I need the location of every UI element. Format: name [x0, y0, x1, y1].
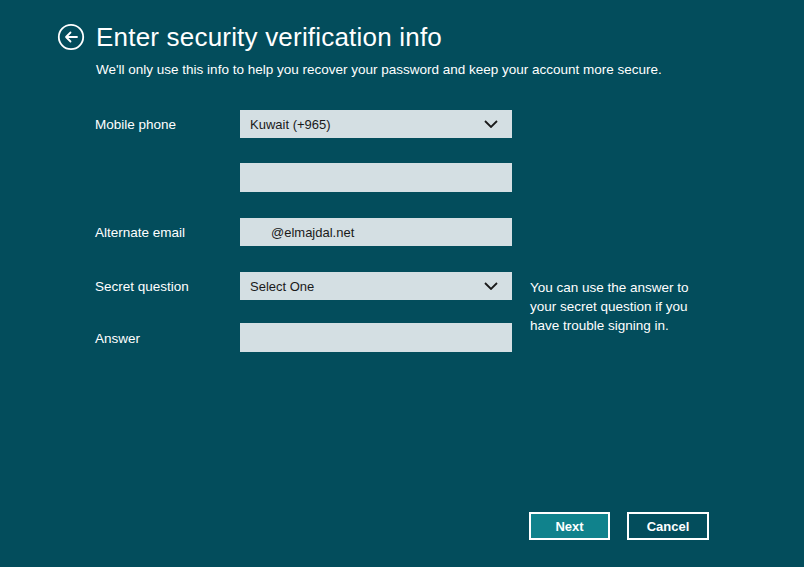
answer-input[interactable] [240, 323, 512, 352]
chevron-down-icon [484, 282, 498, 290]
alternate-email-label: Alternate email [95, 225, 185, 240]
answer-label: Answer [95, 331, 140, 346]
back-arrow-icon [57, 23, 85, 55]
phone-number-input[interactable] [240, 163, 512, 192]
chevron-down-icon [484, 120, 498, 128]
security-verification-page: Enter security verification info We'll o… [0, 0, 804, 567]
country-code-dropdown[interactable]: Kuwait (+965) [240, 110, 512, 138]
page-title: Enter security verification info [96, 22, 442, 53]
country-code-value: Kuwait (+965) [250, 117, 331, 132]
mobile-phone-label: Mobile phone [95, 117, 176, 132]
back-button[interactable] [57, 25, 85, 53]
secret-question-label: Secret question [95, 279, 189, 294]
secret-question-helper-text: You can use the answer to your secret qu… [530, 278, 710, 335]
secret-question-dropdown[interactable]: Select One [240, 272, 512, 300]
page-subtitle: We'll only use this info to help you rec… [96, 62, 662, 77]
alternate-email-input[interactable] [240, 218, 512, 246]
secret-question-value: Select One [250, 279, 314, 294]
next-button[interactable]: Next [529, 512, 610, 540]
cancel-button[interactable]: Cancel [627, 512, 709, 540]
